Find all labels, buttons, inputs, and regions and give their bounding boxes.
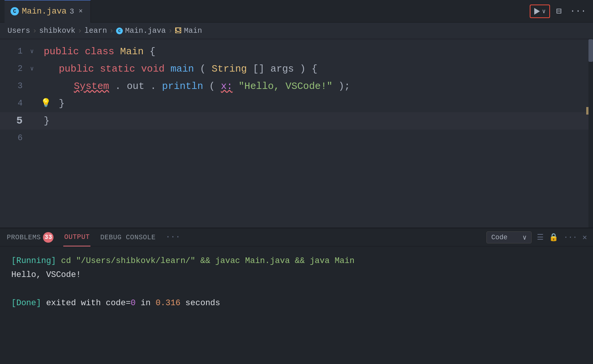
code-line-6: 6 xyxy=(0,130,593,147)
brace-close-4: } xyxy=(59,98,65,109)
main-java-tab[interactable]: C Main.java 3 × xyxy=(5,0,91,23)
param-args: args xyxy=(271,63,294,75)
run-dropdown-chevron[interactable]: ∨ xyxy=(542,8,546,15)
kw-public-2: public xyxy=(59,63,94,75)
breadcrumb-sep-4: › xyxy=(168,26,173,35)
line-num-3: 3 xyxy=(0,78,30,95)
close-panel-button[interactable]: ✕ xyxy=(582,232,587,242)
code-line-3: 3 System . out . println ( x: "Hello, VS… xyxy=(0,78,593,95)
bracket-2: [] xyxy=(253,63,264,75)
tab-problems[interactable]: PROBLEMS 33 xyxy=(6,228,54,246)
output-hello: Hello, VSCode! xyxy=(11,268,81,282)
code-area[interactable]: 1 ∨ public class Main { 2 ∨ public stati… xyxy=(0,39,593,151)
breadcrumb-shibkovk[interactable]: shibkovk xyxy=(39,26,75,35)
tab-output[interactable]: OUTPUT xyxy=(63,228,90,246)
code-content-4: } xyxy=(41,95,593,112)
paren-open-2: ( xyxy=(200,63,206,75)
kw-public-1: public xyxy=(44,46,79,57)
output-line-1: [Running] cd "/Users/shibkovk/learn/" &&… xyxy=(11,254,582,268)
run-button[interactable]: ∨ xyxy=(530,5,550,18)
editor: 1 ∨ public class Main { 2 ∨ public stati… xyxy=(0,39,593,228)
lock-button[interactable]: 🔒 xyxy=(549,232,558,242)
breadcrumb: Users › shibkovk › learn › C Main.java ›… xyxy=(0,23,593,39)
c-language-icon: C xyxy=(11,7,19,15)
dropdown-value: Code xyxy=(491,234,507,241)
kw-static-2: static xyxy=(100,63,135,75)
line-collapse-1[interactable]: ∨ xyxy=(30,43,41,60)
println-method: println xyxy=(162,81,203,92)
paren-open-3: ( xyxy=(209,81,215,92)
scroll-thumb[interactable] xyxy=(588,39,593,62)
output-seconds-text: seconds xyxy=(180,296,220,310)
code-content-2: public static void main ( String [] args… xyxy=(41,60,593,78)
code-line-2: 2 ∨ public static void main ( String [] … xyxy=(0,60,593,78)
tab-output-label: OUTPUT xyxy=(64,233,90,241)
breadcrumb-struct-icon: ⛾ xyxy=(175,27,182,35)
panel-content: [Running] cd "/Users/shibkovk/learn/" &&… xyxy=(0,246,593,364)
tab-bar: C Main.java 3 × ∨ ⊟ ··· xyxy=(0,0,593,23)
kw-class-1: class xyxy=(85,46,114,57)
tab-filename: Main.java xyxy=(22,7,67,16)
code-content-1: public class Main { xyxy=(41,43,593,60)
output-exited-text: exited with code= xyxy=(46,296,130,310)
panel-more-tabs[interactable]: ··· xyxy=(165,232,180,242)
output-in-text: in xyxy=(136,296,156,310)
paren-close-3: ); xyxy=(338,81,350,92)
line-collapse-2[interactable]: ∨ xyxy=(30,60,41,78)
panel-more-button[interactable]: ··· xyxy=(564,233,577,242)
breadcrumb-main-java[interactable]: Main.java xyxy=(125,26,166,35)
code-content-5: } xyxy=(41,112,593,130)
vertical-scrollbar[interactable] xyxy=(588,39,593,228)
breadcrumb-sep-2: › xyxy=(78,26,82,35)
minimap-accent xyxy=(586,107,588,115)
code-line-5: 5 } xyxy=(0,112,593,130)
output-line-4: [Done] exited with code= 0 in 0.316 seco… xyxy=(11,296,582,310)
tab-debug-label: DEBUG CONSOLE xyxy=(100,234,156,241)
out-kw: out xyxy=(127,81,144,92)
system-kw: System xyxy=(74,81,109,92)
method-main: main xyxy=(171,63,194,75)
dot-2: . xyxy=(150,81,156,92)
output-time-val: 0.316 xyxy=(156,296,180,310)
split-editor-button[interactable]: ⊟ xyxy=(554,4,564,18)
code-line-1: 1 ∨ public class Main { xyxy=(0,43,593,60)
line-num-5: 5 xyxy=(0,112,30,130)
line-num-4: 4 xyxy=(0,95,30,112)
output-running-cmd: cd "/Users/shibkovk/learn/" && javac Mai… xyxy=(61,254,355,268)
lightbulb-icon[interactable]: 💡 xyxy=(41,95,51,112)
line-num-6: 6 xyxy=(0,130,30,147)
brace-open-1: { xyxy=(150,46,156,57)
breadcrumb-learn[interactable]: learn xyxy=(84,26,107,35)
tab-badge: 3 xyxy=(70,7,74,16)
output-line-3 xyxy=(11,282,582,296)
code-line-4: 4 💡 } xyxy=(0,95,593,112)
breadcrumb-main-class[interactable]: Main xyxy=(184,26,202,35)
param-string: String xyxy=(212,63,247,75)
dropdown-chevron: ∨ xyxy=(523,233,527,242)
problems-badge: 33 xyxy=(43,232,53,243)
panel-tab-bar: PROBLEMS 33 OUTPUT DEBUG CONSOLE ··· Cod… xyxy=(0,228,593,246)
breadcrumb-sep-1: › xyxy=(32,26,37,35)
output-code-val: 0 xyxy=(131,296,136,310)
breadcrumb-sep-3: › xyxy=(109,26,114,35)
dot-1: . xyxy=(115,81,121,92)
kw-void-2: void xyxy=(141,63,164,75)
tab-debug-console[interactable]: DEBUG CONSOLE xyxy=(99,228,156,246)
output-source-dropdown[interactable]: Code ∨ xyxy=(486,231,532,243)
paren-close-2: ) xyxy=(300,63,306,75)
string-hello: "Hello, VSCode!" xyxy=(238,81,333,92)
clear-output-button[interactable]: ☰ xyxy=(537,232,544,242)
label-x: x: xyxy=(221,81,232,92)
line-num-1: 1 xyxy=(0,43,30,60)
brace-close-5: } xyxy=(44,115,50,127)
tab-close-button[interactable]: × xyxy=(77,7,84,16)
breadcrumb-c-icon: C xyxy=(116,28,123,34)
tab-problems-label: PROBLEMS xyxy=(7,234,41,241)
breadcrumb-users[interactable]: Users xyxy=(8,26,30,35)
play-icon xyxy=(534,8,540,15)
more-actions-button[interactable]: ··· xyxy=(568,5,588,18)
output-done-bracket: [Done] xyxy=(11,296,46,310)
line-num-2: 2 xyxy=(0,60,30,78)
toolbar-right: ∨ ⊟ ··· xyxy=(530,4,588,18)
panel-right-controls: Code ∨ ☰ 🔒 ··· ✕ xyxy=(486,231,587,243)
